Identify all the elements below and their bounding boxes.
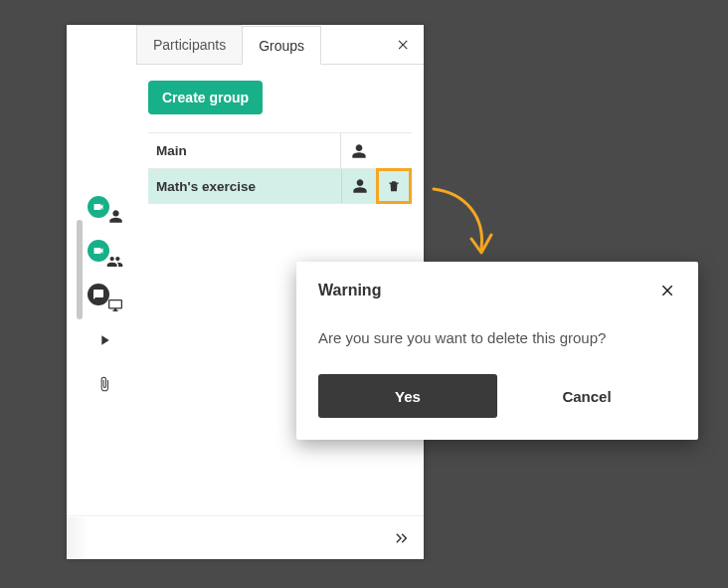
group-name: Main — [148, 143, 340, 158]
close-icon — [397, 38, 411, 52]
delete-group-button[interactable] — [376, 168, 412, 204]
monitor-icon — [107, 297, 123, 311]
create-group-button[interactable]: Create group — [148, 81, 263, 114]
side-stack — [67, 194, 136, 399]
person-icon — [351, 143, 367, 159]
chat-screen-item[interactable] — [81, 282, 128, 311]
chevron-double-right-icon — [392, 530, 412, 546]
warning-modal: Warning Are you sure you want to delete … — [296, 262, 698, 440]
chat-icon — [88, 284, 109, 305]
collapse-panel-button[interactable] — [392, 530, 412, 546]
camera-person-item[interactable] — [81, 194, 128, 224]
cancel-button[interactable]: Cancel — [497, 374, 676, 418]
group-name: Math's exercise — [148, 179, 341, 194]
assign-member-button[interactable] — [341, 169, 377, 203]
modal-header: Warning — [318, 282, 676, 299]
modal-title: Warning — [318, 282, 381, 299]
groups-content: Create group Main Math's exercise — [136, 65, 424, 204]
tab-groups[interactable]: Groups — [242, 26, 321, 65]
group-list: Main Math's exercise — [148, 132, 412, 204]
person-icon — [352, 178, 368, 194]
close-panel-button[interactable] — [384, 25, 424, 64]
play-icon — [96, 332, 112, 348]
tab-participants[interactable]: Participants — [136, 25, 242, 64]
assign-member-button[interactable] — [340, 133, 376, 168]
trash-icon — [387, 178, 401, 194]
side-toolbar — [67, 25, 136, 515]
group-icon — [106, 253, 123, 268]
play-item[interactable] — [81, 325, 128, 355]
tabs-row: Participants Groups — [136, 25, 424, 65]
close-icon — [660, 283, 676, 298]
modal-message: Are you sure you want to delete this gro… — [318, 329, 676, 346]
camera-group-item[interactable] — [81, 238, 128, 268]
modal-actions: Yes Cancel — [318, 374, 676, 418]
group-row-math[interactable]: Math's exercise — [148, 168, 412, 204]
attachment-item[interactable] — [81, 369, 128, 399]
camera-icon — [88, 196, 109, 218]
group-row-main[interactable]: Main — [148, 132, 412, 168]
paperclip-icon — [96, 375, 112, 393]
confirm-yes-button[interactable]: Yes — [318, 374, 497, 418]
modal-close-button[interactable] — [660, 283, 676, 298]
annotation-arrow — [426, 183, 503, 263]
person-icon — [108, 209, 123, 224]
panel-footer — [67, 515, 424, 559]
